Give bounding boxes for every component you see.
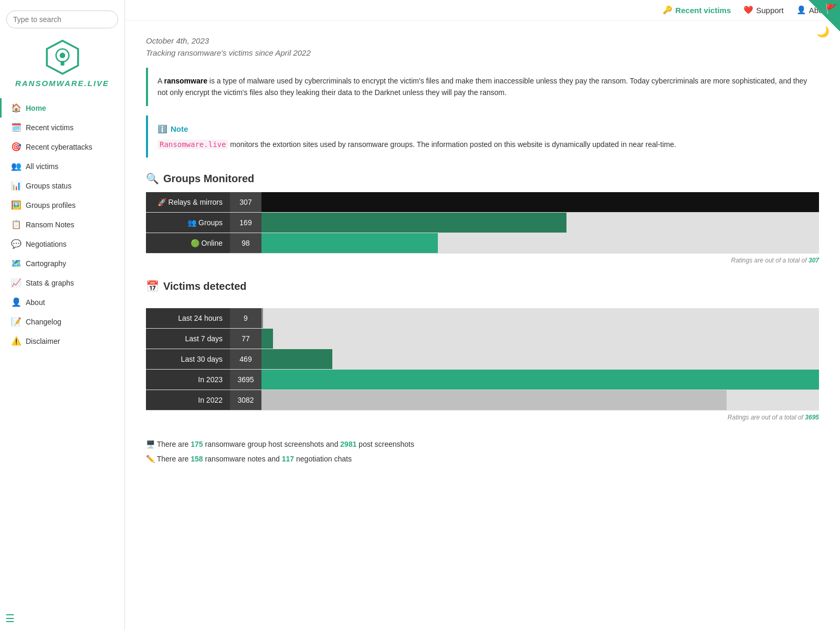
stats-num1: 158	[191, 455, 203, 463]
victims-ratings-note: Ratings are out of a total of 3695	[146, 414, 819, 421]
subtitle-text: Tracking ransomware's victims since Apri…	[146, 48, 819, 57]
victims-section-header: 📅 Victims detected	[146, 280, 819, 292]
nav-icon-disclaimer: ⚠️	[11, 336, 22, 346]
bar-count: 9	[230, 308, 261, 329]
topbar-link-recent-victims[interactable]: 🔑Recent victims	[663, 5, 731, 15]
bar-label: Last 30 days	[146, 349, 230, 370]
topbar-label-recent-victims: Recent victims	[675, 6, 731, 15]
victims-icon: 📅	[146, 280, 159, 292]
nav-list: 🏠Home🗓️Recent victims🎯Recent cyberattack…	[0, 98, 124, 351]
main-content: 🔑Recent victims❤️Support👤About 🌙 October…	[125, 0, 840, 630]
nav-icon-home: 🏠	[11, 103, 22, 113]
nav-label-cartography: Cartography	[26, 259, 66, 268]
table-row: 👥 Groups 169	[146, 213, 819, 233]
sidebar-item-changelog[interactable]: 📝Changelog	[0, 312, 124, 331]
note-title: ℹ️ Note	[158, 123, 810, 135]
table-row: 🟢 Online 98	[146, 233, 819, 254]
sidebar-item-stats-graphs[interactable]: 📈Stats & graphs	[0, 273, 124, 292]
sidebar-item-home[interactable]: 🏠Home	[0, 98, 124, 118]
bar-count: 169	[230, 213, 261, 233]
stats-num1: 175	[191, 440, 203, 448]
table-row: 🚀 Relays & mirrors 307	[146, 192, 819, 213]
nav-icon-ransom-notes: 📋	[11, 219, 22, 229]
nav-label-stats-graphs: Stats & graphs	[26, 279, 74, 287]
intro-block: A ransomware is a type of malware used b…	[146, 68, 819, 106]
logo-text: RANSOMWARE.LIVE	[15, 79, 109, 88]
logo-area: RANSOMWARE.LIVE	[0, 39, 124, 88]
bar-count: 3082	[230, 390, 261, 411]
stats-line: ✏️ There are 158 ransomware notes and 11…	[146, 452, 819, 466]
nav-label-changelog: Changelog	[26, 318, 61, 326]
sidebar-item-about[interactable]: 👤About	[0, 292, 124, 312]
nav-icon-groups-profiles: 🖼️	[11, 200, 22, 210]
bar-inner	[261, 349, 332, 369]
nav-label-groups-status: Groups status	[26, 182, 71, 190]
theme-toggle[interactable]: 🌙	[816, 25, 830, 38]
nav-label-home: Home	[26, 104, 46, 112]
groups-section-header: 🔍 Groups Monitored	[146, 172, 819, 185]
site-link[interactable]: Ransomware.live	[158, 140, 228, 149]
bar-cell	[261, 329, 819, 349]
sidebar-item-recent-cyberattacks[interactable]: 🎯Recent cyberattacks	[0, 137, 124, 156]
sidebar: RANSOMWARE.LIVE 🏠Home🗓️Recent victims🎯Re…	[0, 0, 125, 630]
bar-label: In 2022	[146, 390, 230, 411]
page-content: October 4th, 2023 Tracking ransomware's …	[125, 20, 840, 482]
note-text: monitors the extortion sites used by ran…	[230, 140, 676, 149]
sidebar-item-disclaimer[interactable]: ⚠️Disclaimer	[0, 331, 124, 351]
bar-inner	[261, 192, 819, 212]
bar-cell	[261, 213, 819, 233]
nav-icon-about: 👤	[11, 297, 22, 307]
nav-icon-negotiations: 💬	[11, 239, 22, 249]
sidebar-item-negotiations[interactable]: 💬Negotiations	[0, 234, 124, 254]
info-icon: ℹ️	[158, 123, 167, 135]
bar-cell	[261, 192, 819, 213]
topbar-links: 🔑Recent victims❤️Support👤About	[663, 5, 830, 15]
bar-inner	[261, 329, 273, 349]
hamburger-menu[interactable]: ☰	[5, 612, 15, 625]
bar-count: 77	[230, 329, 261, 349]
bar-label: 🟢 Online	[146, 233, 230, 254]
intro-text: is a type of malware used by cybercrimin…	[158, 77, 807, 97]
stats-footer: 🖥️ There are 175 ransomware group host s…	[146, 437, 819, 466]
date-text: October 4th, 2023	[146, 36, 819, 45]
table-row: In 2023 3695	[146, 370, 819, 390]
topbar: 🔑Recent victims❤️Support👤About	[125, 0, 840, 20]
bar-count: 469	[230, 349, 261, 370]
bar-cell	[261, 349, 819, 370]
nav-icon-recent-victims: 🗓️	[11, 122, 22, 132]
nav-icon-cartography: 🗺️	[11, 258, 22, 268]
sidebar-item-groups-status[interactable]: 📊Groups status	[0, 176, 124, 195]
topbar-link-support[interactable]: ❤️Support	[743, 5, 784, 15]
sidebar-item-all-victims[interactable]: 👥All victims	[0, 156, 124, 176]
topbar-label-support: Support	[756, 6, 784, 15]
topbar-icon-support: ❤️	[743, 5, 753, 15]
topbar-icon-recent-victims: 🔑	[663, 5, 673, 15]
table-row: Last 7 days 77	[146, 329, 819, 349]
bar-inner	[261, 308, 263, 328]
nav-label-about: About	[26, 298, 45, 307]
note-block: ℹ️ Note Ransomware.live monitors the ext…	[146, 116, 819, 158]
corner-icon: 🚩	[825, 3, 837, 15]
search-input[interactable]	[6, 10, 118, 28]
bar-label: Last 7 days	[146, 329, 230, 349]
stats-num2: 117	[282, 455, 294, 463]
bar-label: 🚀 Relays & mirrors	[146, 192, 230, 213]
topbar-icon-about: 👤	[796, 5, 806, 15]
nav-icon-all-victims: 👥	[11, 161, 22, 171]
nav-label-groups-profiles: Groups profiles	[26, 201, 76, 209]
sidebar-item-cartography[interactable]: 🗺️Cartography	[0, 254, 124, 273]
bar-count: 3695	[230, 370, 261, 390]
groups-chart: 🚀 Relays & mirrors 307 👥 Groups 169 🟢 On…	[146, 192, 819, 254]
bar-inner	[261, 233, 438, 253]
sidebar-item-ransom-notes[interactable]: 📋Ransom Notes	[0, 215, 124, 234]
bar-label: Last 24 hours	[146, 308, 230, 329]
sidebar-item-groups-profiles[interactable]: 🖼️Groups profiles	[0, 195, 124, 215]
table-row: Last 30 days 469	[146, 349, 819, 370]
stats-num2: 2981	[340, 440, 356, 448]
svg-rect-3	[60, 61, 64, 66]
bar-count: 98	[230, 233, 261, 254]
sidebar-item-recent-victims[interactable]: 🗓️Recent victims	[0, 118, 124, 137]
nav-label-all-victims: All victims	[26, 162, 58, 171]
intro-keyword: ransomware	[164, 77, 207, 85]
intro-pre: A	[158, 77, 164, 85]
